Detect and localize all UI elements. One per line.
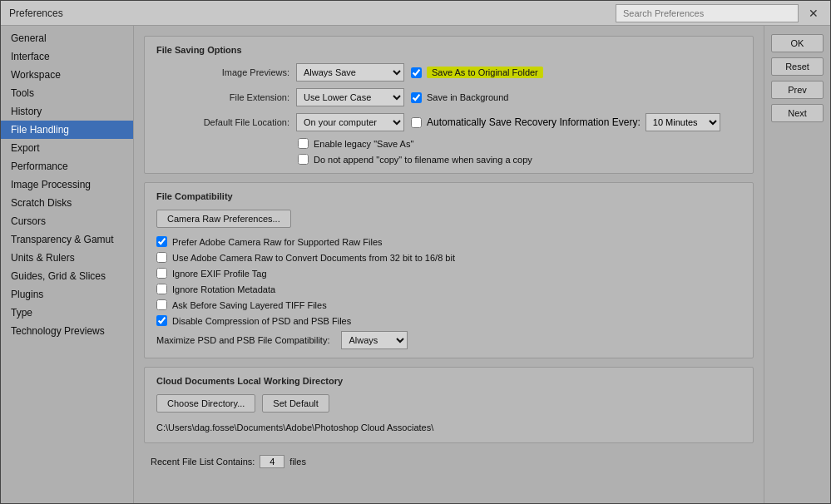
save-in-background-label[interactable]: Save in Background [427, 92, 508, 102]
sidebar-item-performance[interactable]: Performance [1, 157, 133, 175]
sidebar-item-transparency-gamut[interactable]: Transparency & Gamut [1, 230, 133, 249]
action-buttons: OK Reset Prev Next [764, 26, 830, 503]
title-bar: Preferences ✕ [1, 1, 830, 26]
save-as-original-row: Save As to Original Folder [411, 67, 543, 78]
main-content: File Saving Options Image Previews: Alwa… [134, 26, 764, 503]
auto-save-label[interactable]: Automatically Save Recovery Information … [427, 116, 641, 128]
preferences-window: Preferences ✕ General Interface Workspac… [0, 0, 831, 504]
default-location-select[interactable]: On your computer Cloud [296, 113, 404, 131]
title-bar-right: ✕ [616, 4, 822, 22]
recent-files-label-before: Recent File List Contains: [151, 457, 255, 467]
sidebar-item-general[interactable]: General [1, 29, 133, 47]
sidebar-item-history[interactable]: History [1, 102, 133, 121]
use-camera-raw-row: Use Adobe Camera Raw to Convert Document… [156, 252, 741, 263]
sidebar-item-file-handling[interactable]: File Handling [1, 121, 133, 139]
sidebar-item-image-processing[interactable]: Image Processing [1, 175, 133, 194]
maximize-psd-row: Maximize PSD and PSB File Compatibility:… [156, 331, 741, 349]
ignore-rotation-label[interactable]: Ignore Rotation Metadata [172, 284, 275, 294]
ask-before-tiff-row: Ask Before Saving Layered TIFF Files [156, 299, 741, 310]
prefer-camera-raw-label[interactable]: Prefer Adobe Camera Raw for Supported Ra… [172, 237, 383, 247]
content-area: General Interface Workspace Tools Histor… [1, 26, 830, 503]
close-button[interactable]: ✕ [805, 7, 822, 20]
sidebar-item-interface[interactable]: Interface [1, 47, 133, 66]
camera-raw-btn-row: Camera Raw Preferences... [156, 210, 741, 228]
prev-button[interactable]: Prev [771, 81, 824, 99]
cloud-documents-title: Cloud Documents Local Working Directory [156, 376, 741, 386]
do-not-append-row: Do not append "copy" to filename when sa… [156, 154, 741, 165]
auto-save-row: Automatically Save Recovery Information … [411, 113, 720, 131]
sidebar-item-scratch-disks[interactable]: Scratch Disks [1, 194, 133, 212]
choose-directory-button[interactable]: Choose Directory... [156, 394, 255, 413]
save-as-original-label[interactable]: Save As to Original Folder [427, 67, 543, 78]
auto-save-minutes-select[interactable]: 5 Minutes 10 Minutes 15 Minutes 30 Minut… [646, 113, 720, 131]
do-not-append-checkbox-row: Do not append "copy" to filename when sa… [298, 154, 532, 165]
image-previews-row: Image Previews: Always Save Never Save A… [156, 63, 741, 82]
ask-before-tiff-label[interactable]: Ask Before Saving Layered TIFF Files [172, 300, 327, 310]
recent-files-label-after: files [289, 457, 306, 467]
ok-button[interactable]: OK [771, 34, 824, 52]
file-saving-section: File Saving Options Image Previews: Alwa… [144, 36, 754, 174]
save-in-background-checkbox[interactable] [411, 92, 422, 103]
file-extension-row: File Extension: Use Lower Case Use Upper… [156, 88, 741, 106]
ask-before-tiff-checkbox[interactable] [156, 299, 167, 310]
camera-raw-preferences-button[interactable]: Camera Raw Preferences... [156, 210, 291, 228]
disable-compression-checkbox[interactable] [156, 315, 167, 326]
ignore-exif-row: Ignore EXIF Profile Tag [156, 268, 741, 279]
file-extension-select[interactable]: Use Lower Case Use Upper Case [296, 88, 404, 106]
ignore-rotation-row: Ignore Rotation Metadata [156, 284, 741, 294]
enable-legacy-checkbox[interactable] [298, 138, 309, 149]
save-in-background-row: Save in Background [411, 92, 508, 103]
reset-button[interactable]: Reset [771, 57, 824, 76]
sidebar: General Interface Workspace Tools Histor… [1, 26, 134, 503]
maximize-psd-label: Maximize PSD and PSB File Compatibility: [156, 335, 329, 345]
file-compatibility-title: File Compatibility [156, 191, 741, 201]
file-compatibility-section: File Compatibility Camera Raw Preference… [144, 182, 754, 358]
disable-compression-row: Disable Compression of PSD and PSB Files [156, 315, 741, 326]
recent-files-row: Recent File List Contains: files [144, 452, 754, 472]
enable-legacy-checkbox-row: Enable legacy "Save As" [298, 138, 413, 149]
do-not-append-checkbox[interactable] [298, 154, 309, 165]
sidebar-item-workspace[interactable]: Workspace [1, 66, 133, 84]
search-input[interactable] [616, 4, 799, 22]
prefer-camera-raw-row: Prefer Adobe Camera Raw for Supported Ra… [156, 236, 741, 247]
file-saving-title: File Saving Options [156, 45, 741, 55]
image-previews-label: Image Previews: [156, 67, 289, 77]
ignore-exif-checkbox[interactable] [156, 268, 167, 279]
sidebar-item-guides-grid-slices[interactable]: Guides, Grid & Slices [1, 267, 133, 285]
ignore-exif-label[interactable]: Ignore EXIF Profile Tag [172, 269, 267, 279]
enable-legacy-row: Enable legacy "Save As" [156, 138, 741, 149]
sidebar-item-export[interactable]: Export [1, 139, 133, 157]
cloud-btn-row: Choose Directory... Set Default [156, 394, 741, 413]
enable-legacy-label[interactable]: Enable legacy "Save As" [314, 139, 413, 149]
ignore-rotation-checkbox[interactable] [156, 284, 167, 294]
default-location-row: Default File Location: On your computer … [156, 113, 741, 131]
cloud-path-text: C:\Users\dag.fosse\Documents\Adobe\Photo… [156, 419, 741, 434]
maximize-psd-select[interactable]: Always Never Ask [341, 331, 408, 349]
default-location-label: Default File Location: [156, 117, 289, 127]
sidebar-item-tools[interactable]: Tools [1, 84, 133, 102]
next-button[interactable]: Next [771, 104, 824, 122]
recent-files-input[interactable] [260, 455, 284, 468]
sidebar-item-units-rulers[interactable]: Units & Rulers [1, 249, 133, 267]
disable-compression-label[interactable]: Disable Compression of PSD and PSB Files [172, 316, 351, 326]
set-default-button[interactable]: Set Default [262, 394, 329, 413]
cloud-documents-section: Cloud Documents Local Working Directory … [144, 367, 754, 443]
image-previews-select[interactable]: Always Save Never Save Ask When Saving [296, 63, 404, 82]
sidebar-item-technology-previews[interactable]: Technology Previews [1, 322, 133, 340]
auto-save-checkbox[interactable] [411, 117, 422, 128]
sidebar-item-cursors[interactable]: Cursors [1, 212, 133, 230]
window-title: Preferences [9, 7, 63, 19]
sidebar-item-plugins[interactable]: Plugins [1, 285, 133, 304]
do-not-append-label[interactable]: Do not append "copy" to filename when sa… [314, 155, 532, 165]
use-camera-raw-checkbox[interactable] [156, 252, 167, 263]
file-extension-label: File Extension: [156, 92, 289, 102]
prefer-camera-raw-checkbox[interactable] [156, 236, 167, 247]
save-as-original-checkbox[interactable] [411, 67, 422, 78]
use-camera-raw-label[interactable]: Use Adobe Camera Raw to Convert Document… [172, 253, 455, 263]
sidebar-item-type[interactable]: Type [1, 304, 133, 322]
